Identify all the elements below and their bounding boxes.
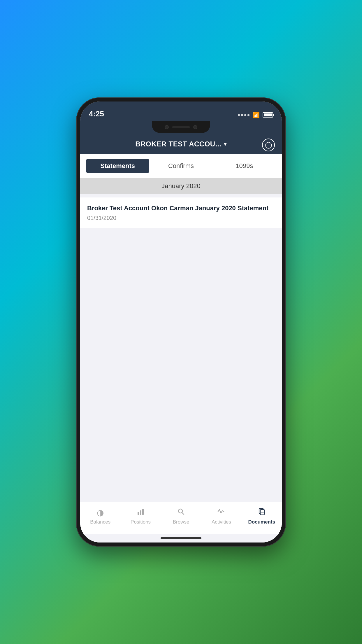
status-bar: 4:25 📶 <box>80 102 282 121</box>
nav-documents[interactable]: Documents <box>242 508 282 525</box>
tab-1099s[interactable]: 1099s <box>213 159 276 173</box>
browse-icon <box>177 508 185 517</box>
nav-positions[interactable]: Positions <box>120 508 161 525</box>
positions-label: Positions <box>131 519 151 525</box>
home-bar <box>161 537 201 539</box>
notch-area <box>80 121 282 136</box>
wifi-icon: 📶 <box>252 111 260 118</box>
speaker <box>172 126 190 128</box>
phone-frame: 4:25 📶 BROKER TEST ACCOU... <box>76 97 286 547</box>
home-indicator <box>80 534 282 542</box>
svg-rect-0 <box>138 512 139 515</box>
tabs-container: Statements Confirms 1099s <box>80 154 282 178</box>
balances-label: Balances <box>90 519 110 525</box>
nav-browse[interactable]: Browse <box>161 508 201 525</box>
activities-icon <box>217 508 225 517</box>
svg-rect-1 <box>140 510 141 515</box>
documents-list: Broker Test Account Okon Carman January … <box>80 197 282 228</box>
month-selector[interactable]: January 2020 <box>80 178 282 194</box>
nav-activities[interactable]: Activities <box>201 508 241 525</box>
profile-button[interactable]: ◯ <box>262 139 275 151</box>
nav-balances[interactable]: ◑ Balances <box>80 508 120 525</box>
content-area: Statements Confirms 1099s January 2020 B… <box>80 154 282 502</box>
phone-screen: 4:25 📶 BROKER TEST ACCOU... <box>80 102 282 542</box>
account-selector[interactable]: BROKER TEST ACCOU... ▾ <box>135 140 226 148</box>
tab-confirms[interactable]: Confirms <box>149 159 212 173</box>
sensor-icon <box>193 125 197 129</box>
status-icons: 📶 <box>238 111 273 118</box>
battery-icon <box>263 112 273 118</box>
camera-icon <box>165 125 169 129</box>
svg-line-4 <box>182 513 184 515</box>
header: BROKER TEST ACCOU... ▾ ◯ <box>80 136 282 154</box>
signal-icon <box>238 114 249 116</box>
document-date: 01/31/2020 <box>87 215 275 221</box>
chevron-down-icon: ▾ <box>224 141 227 147</box>
status-time: 4:25 <box>89 109 104 118</box>
documents-icon <box>258 508 266 517</box>
browse-label: Browse <box>173 519 189 525</box>
document-item[interactable]: Broker Test Account Okon Carman January … <box>80 197 282 228</box>
positions-icon <box>137 508 145 517</box>
notch <box>152 121 210 133</box>
empty-content-area <box>80 228 282 502</box>
bottom-nav: ◑ Balances Positions <box>80 502 282 534</box>
month-label: January 2020 <box>161 182 200 190</box>
documents-label: Documents <box>248 519 275 525</box>
document-title: Broker Test Account Okon Carman January … <box>87 204 275 213</box>
activities-label: Activities <box>212 519 231 525</box>
svg-rect-2 <box>142 509 144 515</box>
profile-icon: ◯ <box>265 141 272 149</box>
balances-icon: ◑ <box>97 508 104 517</box>
tab-statements[interactable]: Statements <box>86 159 149 173</box>
account-title: BROKER TEST ACCOU... <box>135 140 222 148</box>
